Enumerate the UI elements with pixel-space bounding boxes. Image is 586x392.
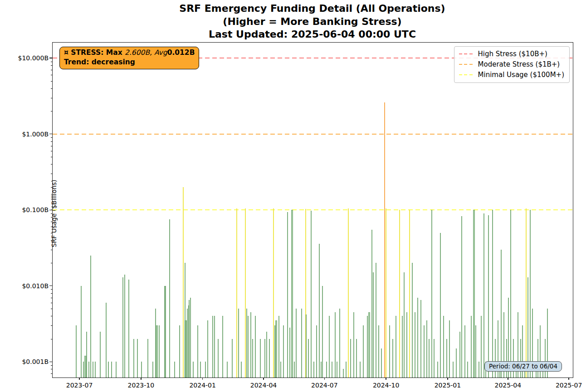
bar [190,298,191,377]
y-minor-tick [51,146,53,146]
bar [137,339,138,377]
bar [308,339,309,377]
bar [526,208,527,377]
y-minor-tick [51,88,53,89]
bar [424,325,425,377]
bar [396,316,396,377]
bar [368,312,370,377]
bar [169,219,170,377]
bar [152,362,153,377]
bar [530,210,531,377]
bar [360,362,361,377]
y-minor-tick [51,164,53,165]
bar [404,272,405,377]
bar [183,187,184,377]
chart-title: SRF Emergency Funding Detail (All Operat… [52,2,572,41]
bar [434,339,435,377]
x-major-tick [141,377,141,380]
bar [537,339,538,377]
bar [440,233,441,377]
bar [269,339,270,377]
bar [363,325,364,377]
bar [464,325,465,377]
x-major-tick [568,377,569,380]
threshold-line [53,209,573,210]
y-minor-tick [51,309,53,309]
bar [156,325,158,377]
bar [88,362,89,377]
bar [207,320,208,377]
bar [108,362,109,377]
y-minor-tick [51,263,53,263]
y-minor-tick [51,240,53,241]
bar [81,286,82,377]
bar [443,316,444,377]
x-major-tick [508,377,508,380]
y-minor-tick [51,70,53,70]
bar [431,210,432,377]
y-minor-tick [51,141,53,142]
moderate-stress-dash-icon [459,64,474,65]
bar [197,325,198,377]
bar [222,316,223,377]
bar [241,362,242,377]
bar [189,300,190,377]
x-tick-label: 2025-07 [548,382,586,389]
bar [205,362,206,377]
bar [245,208,246,377]
bar [238,309,239,377]
x-major-tick [386,377,386,380]
bar [415,312,415,377]
y-minor-tick [51,174,53,174]
x-tick-label: 2024-10 [366,382,406,389]
bar [483,213,484,377]
y-minor-tick [51,213,53,214]
bar [406,312,407,377]
bar [371,230,372,377]
legend: High Stress ($10B+) Moderate Stress ($1B… [454,46,570,83]
period-badge: Period: 06/27 to 06/04 [484,361,562,372]
bar [283,325,284,377]
bar [510,210,511,377]
x-tick-label: 2025-01 [427,382,468,389]
bar [461,216,462,377]
bar [275,320,277,377]
minimal-usage-dash-icon [459,74,474,75]
bar [316,325,317,377]
bar [141,362,142,377]
bar [174,362,175,377]
stress-annotation-line2: Trend: decreasing [64,58,195,67]
bar [343,369,344,377]
bar [255,316,256,377]
bar [384,102,385,377]
y-major-tick [49,286,53,286]
bar [187,309,188,377]
bar [378,325,379,377]
bar [278,316,279,377]
bar [426,320,427,377]
bar [147,339,148,377]
y-minor-tick [51,157,53,157]
x-tick-label: 2023-10 [121,382,161,389]
bar [179,325,180,377]
bar [337,362,337,377]
bar [93,362,93,377]
bar [353,312,354,377]
y-minor-tick [51,293,53,294]
bar [356,339,357,377]
bar [159,325,160,377]
bar [335,312,336,377]
y-major-tick [49,134,53,134]
bar [473,210,475,377]
y-major-tick [49,210,53,210]
legend-item-high-stress: High Stress ($10B+) [459,50,564,58]
bar [520,339,521,377]
bar [124,275,125,377]
x-tick-label: 2025-04 [488,382,528,389]
bar [321,362,322,377]
bar [232,339,233,377]
stress-annotation-line1: ¤ STRESS: Max 2.600B, Avg0.012B [64,48,195,58]
bar [373,272,374,377]
y-minor-tick [51,217,53,218]
bar [164,286,165,377]
